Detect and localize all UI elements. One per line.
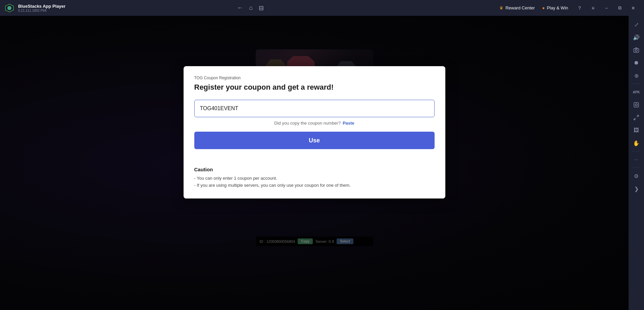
coin-icon: ●	[542, 5, 545, 10]
svg-point-3	[8, 7, 10, 9]
titlebar-left: BlueStacks App Player 5.21.111.1002 P64	[0, 3, 232, 13]
sidebar-divider-1	[632, 84, 640, 84]
app-name: BlueStacks App Player	[18, 4, 65, 9]
panel-body: TOG Coupon Registration Register your co…	[184, 66, 445, 160]
svg-line-8	[637, 115, 639, 117]
svg-point-7	[635, 104, 637, 106]
play-win-button[interactable]: ● Play & Win	[540, 4, 571, 12]
panel-close-button[interactable]: ✕	[424, 78, 437, 91]
paste-link[interactable]: Paste	[343, 121, 354, 126]
collapse-sidebar-icon[interactable]: ❯	[630, 183, 642, 195]
use-button[interactable]: Use	[194, 132, 435, 149]
record-sidebar-icon[interactable]: ⏺	[630, 57, 642, 69]
tabs-button[interactable]: ⊟	[259, 4, 264, 12]
titlebar-controls: ? ≡ − ⧉ ✕	[573, 0, 640, 16]
crown-icon: ♛	[499, 5, 503, 10]
titlebar: BlueStacks App Player 5.21.111.1002 P64 …	[0, 0, 644, 16]
back-button[interactable]: ←	[237, 4, 243, 11]
location-sidebar-icon[interactable]: ⊕	[630, 70, 642, 82]
volume-sidebar-icon[interactable]: 🔊	[630, 31, 642, 43]
camera-sidebar-icon[interactable]	[630, 44, 642, 56]
panel-subtitle: TOG Coupon Registration	[194, 76, 435, 80]
more-sidebar-icon[interactable]: ···	[630, 153, 642, 166]
close-icon: ✕	[428, 81, 433, 88]
main-content: ✕ TOG Coupon Registration Register your …	[0, 16, 629, 310]
settings-sidebar-icon[interactable]: ⚙	[630, 170, 642, 182]
caution-line-1: - You can only enter 1 coupon per accoun…	[194, 175, 435, 182]
titlebar-appname: BlueStacks App Player 5.21.111.1002 P64	[18, 4, 65, 12]
fullscreen-sidebar-icon[interactable]	[630, 112, 642, 124]
home-button[interactable]: ⌂	[249, 4, 253, 11]
minimize-button[interactable]: −	[600, 0, 613, 16]
gesture-sidebar-icon[interactable]: ✋	[630, 137, 642, 149]
caution-line-2: - If you are using multiple servers, you…	[194, 182, 435, 189]
menu-button[interactable]: ≡	[586, 0, 600, 16]
screenshot-sidebar-icon[interactable]	[630, 99, 642, 111]
apk-sidebar-icon[interactable]: APK	[630, 86, 642, 98]
help-button[interactable]: ?	[573, 0, 586, 16]
caution-title: Caution	[194, 167, 435, 172]
paste-hint: Did you copy the coupon number? Paste	[194, 121, 435, 126]
app-version: 5.21.111.1002 P64	[18, 9, 65, 12]
svg-point-5	[635, 49, 637, 51]
svg-rect-6	[634, 102, 639, 107]
sidebar-divider-2	[632, 151, 640, 151]
right-sidebar: ⤢ 🔊 ⏺ ⊕ APK 🖼 ✋ ··· ⚙ ❯	[629, 16, 644, 310]
sidebar-divider-3	[632, 168, 640, 168]
bluestacks-logo	[4, 3, 15, 13]
maximize-button[interactable]: ⧉	[613, 0, 627, 16]
coupon-input[interactable]	[194, 100, 435, 117]
titlebar-right: ♛ Reward Center ● Play & Win ? ≡ − ⧉ ✕	[493, 0, 644, 16]
paste-hint-text: Did you copy the coupon number?	[274, 121, 341, 126]
reward-center-label: Reward Center	[505, 5, 535, 10]
caution-section: Caution - You can only enter 1 coupon pe…	[184, 160, 445, 198]
reward-center-button[interactable]: ♛ Reward Center	[497, 4, 537, 12]
play-win-label: Play & Win	[547, 5, 568, 10]
svg-line-9	[634, 118, 636, 120]
expand-sidebar-icon[interactable]: ⤢	[630, 18, 642, 31]
titlebar-nav: ← ⌂ ⊟	[232, 4, 269, 12]
coupon-panel: TOG Coupon Registration Register your co…	[184, 66, 445, 198]
panel-title: Register your coupon and get a reward!	[194, 83, 435, 92]
image-sidebar-icon[interactable]: 🖼	[630, 124, 642, 136]
close-button[interactable]: ✕	[627, 0, 640, 16]
